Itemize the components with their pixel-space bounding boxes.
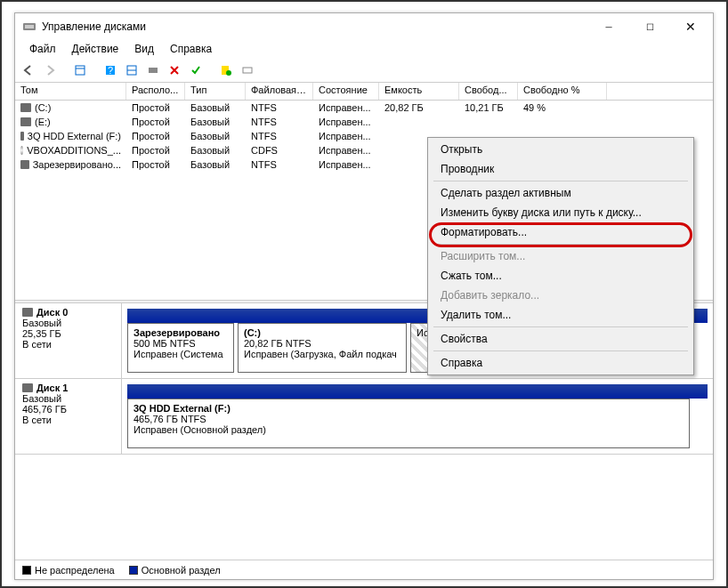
context-menu-item[interactable]: Проводник	[430, 159, 692, 179]
toolbar-action2-icon[interactable]	[238, 60, 257, 80]
toolbar-list-icon[interactable]	[122, 60, 142, 80]
legend: Не распределена Основной раздел	[15, 560, 713, 579]
col-free[interactable]: Свобод...	[459, 83, 518, 100]
partition[interactable]: 3Q HDD External (F:)465,76 ГБ NTFSИсправ…	[127, 399, 690, 448]
menu-action[interactable]: Действие	[65, 41, 126, 57]
context-menu-item: Добавить зеркало...	[430, 286, 692, 305]
context-menu-item[interactable]: Свойства	[430, 329, 692, 349]
forward-button[interactable]	[40, 60, 60, 80]
context-menu-item[interactable]: Удалить том...	[430, 305, 692, 325]
volume-list-header: Том Располо... Тип Файловая с... Состоян…	[15, 83, 713, 101]
hdd-icon	[20, 117, 31, 126]
titlebar[interactable]: Управление дисками ─ ☐ ✕	[15, 13, 713, 40]
col-type[interactable]: Тип	[185, 83, 246, 100]
hdd-icon	[20, 103, 31, 112]
menu-view[interactable]: Вид	[127, 41, 161, 57]
col-fs[interactable]: Файловая с...	[246, 83, 313, 100]
svg-rect-8	[149, 68, 158, 73]
col-volume[interactable]: Том	[15, 83, 126, 100]
window-title: Управление дисками	[42, 20, 588, 33]
menu-separator	[433, 244, 688, 245]
menu-separator	[433, 350, 688, 351]
close-button[interactable]: ✕	[670, 14, 711, 39]
col-layout[interactable]: Располо...	[126, 83, 185, 100]
toolbar: ?	[15, 58, 713, 83]
menu-separator	[433, 326, 688, 327]
disk-info: Диск 1Базовый465,76 ГБВ сети	[15, 379, 122, 454]
minimize-button[interactable]: ─	[588, 14, 629, 39]
context-menu[interactable]: ОткрытьПроводникСделать раздел активнымИ…	[427, 137, 694, 375]
disk-partitions: 3Q HDD External (F:)465,76 ГБ NTFSИсправ…	[122, 379, 713, 454]
partition[interactable]: (C:)20,82 ГБ NTFSИсправен (Загрузка, Фай…	[238, 323, 407, 373]
toolbar-action1-icon[interactable]	[216, 60, 236, 80]
svg-rect-11	[243, 68, 252, 73]
cd-icon	[20, 146, 23, 155]
hdd-icon	[20, 160, 29, 169]
svg-rect-2	[76, 66, 85, 75]
toolbar-settings-icon[interactable]	[143, 60, 163, 80]
hdd-icon	[22, 383, 33, 392]
col-capacity[interactable]: Емкость	[379, 83, 459, 100]
volume-row[interactable]: (E:)ПростойБазовыйNTFSИсправен...	[15, 115, 713, 129]
toolbar-view-icon[interactable]	[70, 60, 90, 80]
partition[interactable]: Зарезервировано500 МБ NTFSИсправен (Сист…	[127, 323, 234, 373]
menu-file[interactable]: Файл	[22, 41, 63, 57]
hdd-icon	[22, 308, 33, 317]
delete-icon[interactable]	[165, 60, 184, 80]
menubar: Файл Действие Вид Справка	[15, 40, 713, 58]
check-icon[interactable]	[186, 60, 206, 80]
disk-info: Диск 0Базовый25,35 ГБВ сети	[15, 303, 122, 378]
context-menu-item: Расширить том...	[430, 246, 692, 266]
hdd-icon	[20, 132, 24, 141]
help-icon[interactable]: ?	[101, 60, 120, 80]
context-menu-item[interactable]: Сделать раздел активным	[430, 183, 692, 203]
col-status[interactable]: Состояние	[313, 83, 379, 100]
legend-primary: Основной раздел	[129, 565, 221, 576]
col-pct[interactable]: Свободно %	[518, 83, 607, 100]
svg-point-10	[226, 70, 231, 76]
maximize-button[interactable]: ☐	[629, 14, 670, 39]
app-icon	[22, 20, 36, 34]
back-button[interactable]	[19, 60, 38, 80]
legend-unallocated: Не распределена	[22, 565, 115, 576]
disk-row[interactable]: Диск 1Базовый465,76 ГБВ сети3Q HDD Exter…	[15, 379, 713, 455]
volume-row[interactable]: (C:)ПростойБазовыйNTFSИсправен...20,82 Г…	[15, 101, 713, 115]
context-menu-item[interactable]: Форматировать...	[430, 222, 692, 242]
menu-help[interactable]: Справка	[163, 41, 219, 57]
svg-text:?: ?	[108, 65, 113, 76]
svg-rect-1	[25, 25, 34, 28]
context-menu-item[interactable]: Справка	[430, 353, 692, 373]
context-menu-item[interactable]: Открыть	[430, 140, 692, 159]
menu-separator	[433, 181, 688, 181]
context-menu-item[interactable]: Сжать том...	[430, 266, 692, 286]
context-menu-item[interactable]: Изменить букву диска или путь к диску...	[430, 203, 692, 222]
